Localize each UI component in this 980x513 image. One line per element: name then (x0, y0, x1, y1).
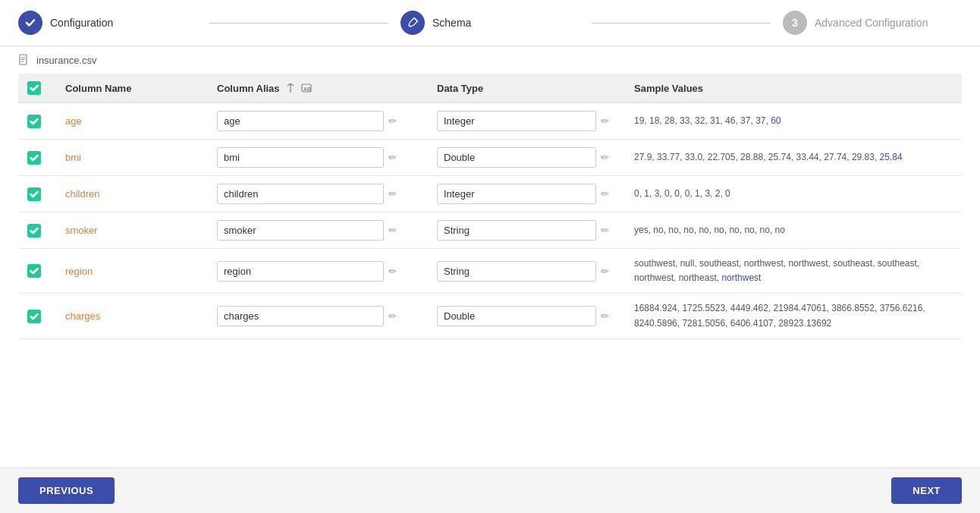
step-circle-configuration (18, 11, 42, 35)
table-row: charges ✏ Double ✏ 16884.924, 1725.5523,… (18, 294, 962, 338)
table-row: smoker ✏ String ✏ yes, no, no, no, no, n… (18, 212, 962, 249)
alias-input-5[interactable] (217, 306, 384, 326)
sort-icon[interactable] (286, 83, 295, 93)
data-type-value-3: String (437, 220, 596, 241)
header-sample-values: Sample Values (625, 74, 962, 103)
data-type-value-0: Integer (437, 111, 596, 131)
data-type-value-4: String (437, 261, 596, 282)
check-icon-5 (30, 312, 39, 321)
table-body: age ✏ Integer ✏ 19, 18, 28, 33, 32, 31, … (18, 103, 962, 339)
row-checkbox-5[interactable] (27, 310, 41, 323)
type-edit-icon-2[interactable]: ✏ (601, 188, 609, 200)
alias-header-icons: Column Alias AB (217, 83, 419, 94)
row-checkbox-4[interactable] (27, 264, 41, 278)
checkall-icon (30, 83, 39, 93)
alias-edit-icon-3[interactable]: ✏ (388, 225, 397, 236)
select-all-checkbox[interactable] (27, 81, 41, 95)
sample-values-5: 16884.924, 1725.5523, 4449.462, 21984.47… (634, 303, 925, 328)
data-type-value-1: Double (437, 147, 596, 168)
type-edit-icon-1[interactable]: ✏ (601, 152, 609, 163)
type-field-3: String ✏ (437, 220, 616, 241)
sample-highlight-1: 25.84 (880, 152, 903, 162)
row-checkbox-0[interactable] (27, 115, 41, 128)
alias-field-1: ✏ (217, 147, 419, 168)
stepper: Configuration Schema 3 Advanced Configur… (0, 0, 980, 46)
row-checkbox-2[interactable] (27, 187, 41, 201)
step-circle-advanced: 3 (783, 11, 807, 35)
data-type-value-5: Double (437, 306, 596, 326)
table-row: bmi ✏ Double ✏ 27.9, 33.77, 33.0, 22.705… (18, 140, 962, 176)
type-edit-icon-4[interactable]: ✏ (601, 266, 609, 277)
type-edit-icon-0[interactable]: ✏ (601, 115, 609, 127)
table-header-row: Column Name Column Alias AB Data Type (18, 74, 962, 103)
pencil-step-icon (407, 17, 418, 28)
type-edit-icon-3[interactable]: ✏ (601, 225, 609, 236)
step-label-configuration: Configuration (50, 17, 113, 29)
sample-values-3: yes, no, no, no, no, no, no, no, no, no (634, 225, 785, 235)
check-icon (25, 17, 36, 28)
column-name-0: age (65, 115, 82, 127)
check-icon-0 (30, 117, 39, 126)
sample-highlight-4: northwest (721, 272, 761, 283)
alias-edit-icon-0[interactable]: ✏ (388, 115, 397, 127)
check-icon-3 (30, 226, 39, 235)
next-button[interactable]: NEXT (891, 477, 962, 504)
alias-edit-icon-4[interactable]: ✏ (388, 266, 397, 277)
file-name: insurance.csv (36, 55, 96, 66)
alias-input-1[interactable] (217, 147, 384, 168)
alias-input-0[interactable] (217, 111, 384, 131)
file-label-container: insurance.csv (0, 46, 980, 74)
sample-values-0: 19, 18, 28, 33, 32, 31, 46, 37, 37, 60 (634, 115, 781, 126)
alias-field-3: ✏ (217, 220, 419, 241)
sample-highlight-2: 0 (725, 188, 730, 199)
alias-field-4: ✏ (217, 261, 419, 282)
step-line-2 (592, 23, 771, 24)
alias-field-0: ✏ (217, 111, 419, 131)
column-name-4: region (65, 266, 93, 277)
type-edit-icon-5[interactable]: ✏ (601, 310, 609, 322)
header-column-name: Column Name (56, 74, 208, 103)
column-name-3: smoker (65, 225, 98, 236)
column-name-1: bmi (65, 152, 81, 163)
step-number-advanced: 3 (792, 17, 798, 29)
table-row: age ✏ Integer ✏ 19, 18, 28, 33, 32, 31, … (18, 103, 962, 140)
file-icon (18, 54, 30, 66)
column-name-5: charges (65, 310, 100, 322)
svg-text:AB: AB (303, 87, 311, 92)
alias-input-4[interactable] (217, 261, 384, 282)
sample-values-4: southwest, null, southeast, northwest, n… (634, 258, 919, 283)
data-type-value-2: Integer (437, 184, 596, 204)
alias-input-3[interactable] (217, 220, 384, 241)
alias-field-2: ✏ (217, 184, 419, 204)
sample-values-1: 27.9, 33.77, 33.0, 22.705, 28.88, 25.74,… (634, 152, 903, 162)
step-configuration: Configuration (18, 11, 197, 35)
schema-table-container: Column Name Column Alias AB Data Type (0, 74, 980, 467)
step-line-1 (209, 23, 388, 24)
sample-highlight-0: 60 (771, 115, 781, 126)
row-checkbox-1[interactable] (27, 151, 41, 165)
header-data-type: Data Type (428, 74, 625, 103)
type-field-5: Double ✏ (437, 306, 616, 326)
table-row: children ✏ Integer ✏ 0, 1, 3, 0, 0, 0, 1… (18, 176, 962, 212)
alias-edit-icon-5[interactable]: ✏ (388, 310, 397, 322)
previous-button[interactable]: PREVIOUS (18, 477, 115, 504)
alias-input-2[interactable] (217, 184, 384, 204)
table-row: region ✏ String ✏ southwest, null, south… (18, 249, 962, 294)
header-select[interactable] (18, 74, 56, 103)
step-schema: Schema (400, 11, 580, 35)
alias-edit-icon-1[interactable]: ✏ (388, 152, 397, 163)
type-field-0: Integer ✏ (437, 111, 616, 131)
type-field-4: String ✏ (437, 261, 616, 282)
check-icon-2 (30, 190, 39, 199)
type-field-1: Double ✏ (437, 147, 616, 168)
schema-table: Column Name Column Alias AB Data Type (18, 74, 962, 339)
alias-field-5: ✏ (217, 306, 419, 326)
type-field-2: Integer ✏ (437, 184, 616, 204)
step-label-schema: Schema (432, 17, 471, 29)
check-icon-4 (30, 266, 39, 275)
row-checkbox-3[interactable] (27, 224, 41, 238)
ab-icon[interactable]: AB (301, 83, 312, 93)
step-label-advanced: Advanced Configuration (815, 17, 928, 29)
alias-edit-icon-2[interactable]: ✏ (388, 188, 397, 200)
sample-values-2: 0, 1, 3, 0, 0, 0, 1, 3, 2, 0 (634, 188, 730, 199)
